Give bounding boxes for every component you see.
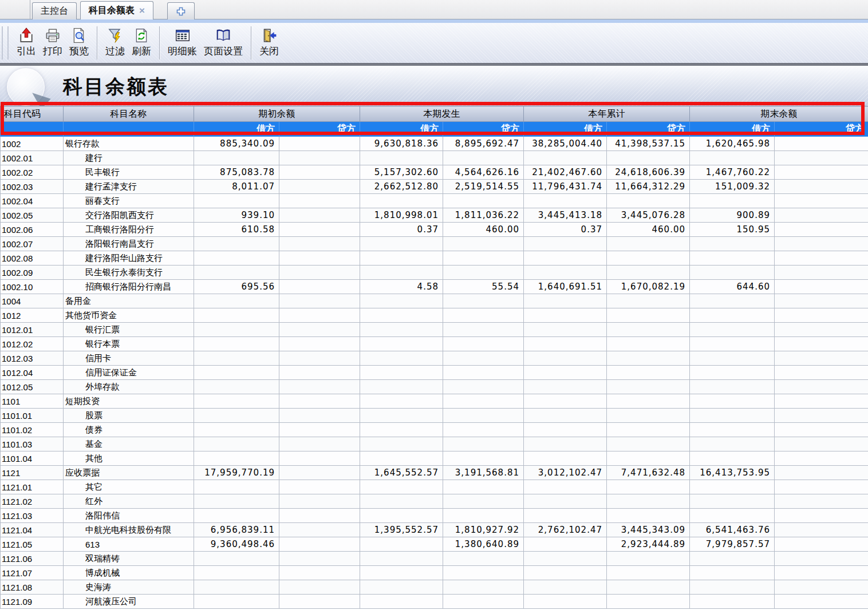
cell-value[interactable]: [607, 366, 690, 380]
print-button[interactable]: 打印: [40, 23, 66, 63]
cell-value[interactable]: [443, 366, 524, 380]
cell-value[interactable]: [443, 423, 524, 437]
cell-value[interactable]: [775, 337, 868, 351]
cell-value[interactable]: [443, 308, 524, 323]
cell-account-name[interactable]: 双瑞精铸: [64, 552, 194, 566]
cell-value[interactable]: [279, 337, 360, 351]
tab-new-plus[interactable]: [167, 2, 195, 19]
cell-value[interactable]: [360, 323, 443, 337]
cell-value[interactable]: [279, 223, 360, 237]
cell-account-name[interactable]: 交行洛阳凯西支行: [64, 208, 194, 223]
cell-account-name[interactable]: 河航液压公司: [64, 595, 194, 609]
cell-account-name[interactable]: 银行存款: [64, 137, 194, 151]
cell-account-code[interactable]: 1121.06: [1, 552, 64, 566]
cell-value[interactable]: [279, 194, 360, 208]
cell-account-code[interactable]: 1002.09: [1, 266, 64, 280]
cell-value[interactable]: 16,413,753.95: [690, 466, 775, 480]
cell-value[interactable]: [279, 566, 360, 580]
cell-value[interactable]: [524, 509, 607, 523]
cell-value[interactable]: [524, 409, 607, 423]
cell-value[interactable]: [360, 494, 443, 509]
cell-value[interactable]: 9,360,498.46: [194, 537, 279, 552]
cell-value[interactable]: [607, 266, 690, 280]
cell-value[interactable]: [279, 237, 360, 251]
cell-value[interactable]: [360, 151, 443, 165]
cell-value[interactable]: [690, 251, 775, 266]
filter-button[interactable]: 过滤: [102, 23, 128, 63]
cell-account-code[interactable]: 1121.03: [1, 509, 64, 523]
cell-value[interactable]: [360, 308, 443, 323]
cell-value[interactable]: [524, 480, 607, 494]
cell-value[interactable]: 1,645,552.57: [360, 466, 443, 480]
cell-value[interactable]: [443, 409, 524, 423]
cell-value[interactable]: [607, 480, 690, 494]
cell-value[interactable]: 644.60: [690, 280, 775, 294]
cell-value[interactable]: [607, 251, 690, 266]
cell-value[interactable]: [690, 394, 775, 409]
cell-value[interactable]: 900.89: [690, 208, 775, 223]
cell-value[interactable]: [360, 351, 443, 366]
cell-value[interactable]: [194, 294, 279, 308]
cell-account-name[interactable]: 应收票据: [64, 466, 194, 480]
cell-value[interactable]: [524, 323, 607, 337]
cell-value[interactable]: [279, 266, 360, 280]
cell-value[interactable]: [524, 423, 607, 437]
cell-value[interactable]: [524, 337, 607, 351]
cell-value[interactable]: 151,009.32: [690, 180, 775, 194]
cell-value[interactable]: [279, 351, 360, 366]
cell-value[interactable]: [194, 151, 279, 165]
cell-account-name[interactable]: 丽春支行: [64, 194, 194, 208]
cell-account-name[interactable]: 史海涛: [64, 580, 194, 595]
cell-value[interactable]: [524, 494, 607, 509]
cell-value[interactable]: [607, 237, 690, 251]
cell-value[interactable]: [775, 351, 868, 366]
cell-value[interactable]: 11,664,312.29: [607, 180, 690, 194]
cell-value[interactable]: [607, 409, 690, 423]
cell-value[interactable]: [360, 423, 443, 437]
tab-account-balance[interactable]: 科目余额表 ×: [80, 1, 153, 19]
cell-value[interactable]: [775, 208, 868, 223]
cell-value[interactable]: 1,467,760.22: [690, 165, 775, 180]
cell-value[interactable]: [194, 251, 279, 266]
cell-account-name[interactable]: 招商银行洛阳分行南昌: [64, 280, 194, 294]
cell-value[interactable]: [775, 595, 868, 609]
cell-value[interactable]: 150.95: [690, 223, 775, 237]
cell-value[interactable]: [194, 595, 279, 609]
cell-value[interactable]: [524, 308, 607, 323]
cell-value[interactable]: 0.37: [524, 223, 607, 237]
cell-account-name[interactable]: 银行汇票: [64, 323, 194, 337]
cell-value[interactable]: 2,662,512.80: [360, 180, 443, 194]
cell-value[interactable]: [690, 494, 775, 509]
tab-close-icon[interactable]: ×: [139, 6, 145, 15]
cell-account-code[interactable]: 1121.08: [1, 580, 64, 595]
cell-value[interactable]: 1,810,998.01: [360, 208, 443, 223]
cell-value[interactable]: [607, 380, 690, 394]
cell-value[interactable]: 2,923,444.89: [607, 537, 690, 552]
cell-value[interactable]: 7,471,632.48: [607, 466, 690, 480]
cell-value[interactable]: 9,630,818.36: [360, 137, 443, 151]
cell-value[interactable]: [443, 451, 524, 466]
cell-value[interactable]: [690, 337, 775, 351]
cell-value[interactable]: 0.37: [360, 223, 443, 237]
cell-value[interactable]: [524, 537, 607, 552]
page-setup-button[interactable]: 页面设置: [200, 23, 246, 63]
cell-account-code[interactable]: 1002: [1, 137, 64, 151]
cell-value[interactable]: [279, 466, 360, 480]
cell-value[interactable]: [279, 208, 360, 223]
cell-account-name[interactable]: 短期投资: [64, 394, 194, 409]
cell-value[interactable]: [279, 595, 360, 609]
cell-value[interactable]: [279, 294, 360, 308]
cell-value[interactable]: 885,340.09: [194, 137, 279, 151]
cell-value[interactable]: [279, 580, 360, 595]
cell-value[interactable]: [775, 266, 868, 280]
cell-value[interactable]: [194, 580, 279, 595]
cell-value[interactable]: [443, 552, 524, 566]
cell-value[interactable]: [775, 366, 868, 380]
cell-value[interactable]: [360, 266, 443, 280]
cell-account-code[interactable]: 1101.02: [1, 423, 64, 437]
cell-value[interactable]: 2,762,102.47: [524, 523, 607, 537]
cell-value[interactable]: [279, 151, 360, 165]
cell-value[interactable]: [360, 380, 443, 394]
cell-value[interactable]: [443, 266, 524, 280]
cell-account-code[interactable]: 1012.05: [1, 380, 64, 394]
